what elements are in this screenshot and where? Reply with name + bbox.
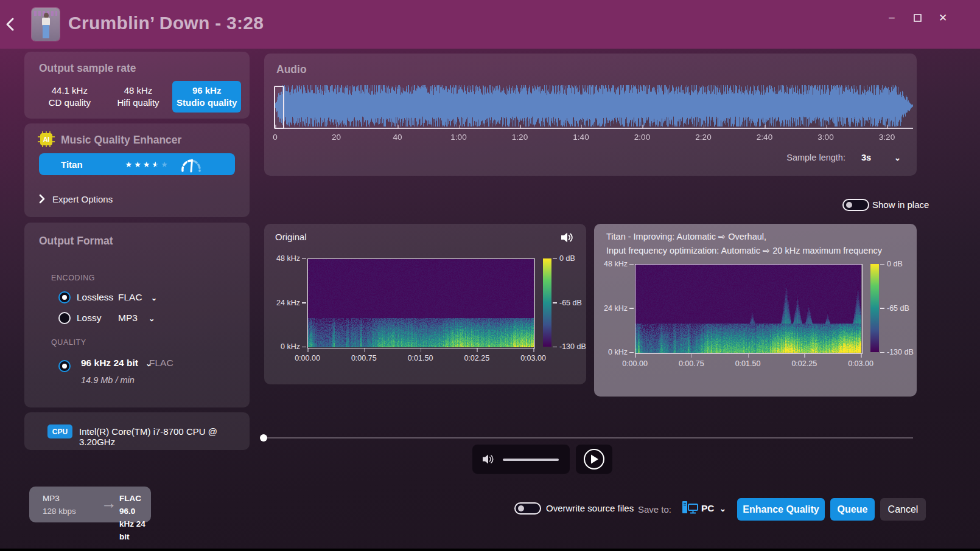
- colorbar-tick-label: 0 dB: [559, 254, 575, 263]
- time-tick-label: 2:20: [695, 133, 711, 142]
- quality-dropdown[interactable]: 96 kHz 24 bit ⌄: [81, 358, 152, 369]
- sample-rate-48[interactable]: 48 kHz Hifi quality: [104, 81, 173, 113]
- cancel-button[interactable]: Cancel: [880, 498, 926, 521]
- waveform-plot[interactable]: [275, 85, 913, 126]
- sample-rate-96[interactable]: 96 kHz Studio quality: [172, 81, 241, 113]
- time-tick-label: 2:00: [634, 133, 650, 142]
- save-to-label: Save to:: [638, 504, 671, 515]
- titan-colorbar: [870, 264, 879, 352]
- spec-time-tick: [635, 354, 636, 358]
- titan-spectrogram-plot: [635, 265, 861, 353]
- lossy-label: Lossy: [77, 313, 102, 324]
- star-icon: ★: [143, 161, 150, 168]
- seek-slider-track[interactable]: [264, 437, 913, 438]
- lossless-radio[interactable]: [58, 291, 71, 303]
- minimize-button[interactable]: –: [881, 7, 902, 28]
- seek-slider-handle[interactable]: [260, 434, 267, 442]
- time-tick: [826, 125, 827, 128]
- app-window: Crumblin’ Down - 3:28 – ✕ Output sample …: [0, 0, 980, 549]
- sample-rate-title: Output sample rate: [39, 62, 136, 75]
- lossless-format-dropdown[interactable]: FLAC ⌄: [118, 292, 157, 303]
- lossy-format-dropdown[interactable]: MP3 ⌄: [118, 313, 155, 324]
- time-tick-label: 1:00: [450, 133, 466, 142]
- volume-icon[interactable]: [483, 454, 495, 465]
- play-button[interactable]: [584, 449, 604, 470]
- lossy-radio[interactable]: [58, 312, 71, 324]
- play-box: [576, 445, 612, 474]
- overwrite-toggle[interactable]: [514, 502, 541, 515]
- freq-tick-label: 24 kHz: [268, 299, 300, 307]
- save-target-value: PC: [701, 503, 715, 514]
- back-button[interactable]: [4, 13, 23, 35]
- chevron-right-icon: [39, 194, 45, 204]
- freq-tick: [302, 302, 306, 303]
- sample-selection-handle[interactable]: [274, 86, 284, 129]
- spec-time-tick: [533, 348, 534, 352]
- target-format: FLAC: [96, 492, 151, 505]
- expert-options-expander[interactable]: Expert Options: [39, 190, 161, 207]
- volume-box: [472, 445, 570, 474]
- freq-tick-label: 0 kHz: [596, 348, 628, 356]
- source-format: MP3: [43, 492, 76, 505]
- close-button[interactable]: ✕: [933, 7, 953, 28]
- spec-time-tick: [748, 354, 749, 358]
- queue-button[interactable]: Queue: [830, 498, 875, 521]
- spec-time-tick: [477, 348, 478, 352]
- conversion-summary: MP3 128 kbps → FLAC 96.0 kHz 24 bit: [29, 487, 151, 522]
- title-bar: Crumblin’ Down - 3:28 – ✕: [0, 0, 980, 49]
- quality-radio[interactable]: [58, 360, 71, 372]
- spec-time-tick: [421, 348, 422, 352]
- spec-time-tick-label: 0:00.75: [351, 354, 377, 362]
- sample-length-dropdown[interactable]: Sample length: 3s ⌄: [786, 151, 901, 164]
- spec-time-tick: [691, 354, 693, 358]
- save-target-dropdown[interactable]: ⌄: [719, 504, 726, 513]
- svg-text:AI: AI: [43, 136, 50, 143]
- freq-tick: [629, 308, 634, 309]
- star-icon: ★: [134, 161, 141, 168]
- freq-tick: [629, 264, 634, 265]
- time-tick: [337, 125, 338, 128]
- time-tick-label: 0: [273, 133, 278, 142]
- lossless-label: Lossless: [77, 292, 113, 303]
- chevron-down-icon: ⌄: [149, 314, 155, 323]
- star-icon: ★★: [152, 161, 159, 168]
- enhancer-title: Music Quality Enhancer: [61, 134, 181, 147]
- quality-format: FLAC: [149, 358, 173, 369]
- spec-time-tick-label: 0:02.25: [464, 354, 489, 362]
- expert-options-label: Expert Options: [52, 194, 113, 204]
- quality-label: QUALITY: [51, 338, 86, 347]
- colorbar-tick: [553, 347, 557, 348]
- maximize-button[interactable]: [907, 7, 928, 28]
- time-axis: [275, 128, 913, 129]
- volume-slider[interactable]: [503, 459, 559, 461]
- original-spectrogram-plot: [308, 259, 534, 347]
- original-colorbar: [543, 258, 551, 347]
- spec-time-tick-label: 0:03.00: [848, 359, 873, 368]
- sample-rate-options: 44.1 kHz CD quality 48 kHz Hifi quality …: [35, 81, 241, 113]
- maximize-icon: [914, 14, 922, 22]
- spec-time-tick-label: 0:01.50: [408, 354, 433, 362]
- colorbar-tick-label: -130 dB: [559, 342, 586, 351]
- show-in-place-toggle[interactable]: [842, 199, 869, 211]
- cpu-name: Intel(R) Core(TM) i7-8700 CPU @ 3.20GHz: [79, 426, 250, 447]
- freq-tick: [302, 347, 306, 348]
- time-tick-label: 3:20: [879, 133, 895, 142]
- target-detail: 96.0 kHz 24 bit: [96, 505, 151, 543]
- preview-speaker-icon[interactable]: [561, 232, 575, 243]
- freq-tick-label: 0 kHz: [268, 342, 300, 351]
- spec-time-tick: [364, 348, 365, 352]
- spec-time-tick-label: 0:02.25: [791, 359, 817, 368]
- sample-length-label: Sample length:: [786, 153, 845, 162]
- sample-rate-44[interactable]: 44.1 kHz CD quality: [35, 81, 104, 113]
- waveform-canvas: [275, 85, 913, 126]
- enhance-quality-button[interactable]: Enhance Quality: [737, 498, 825, 521]
- time-tick-label: 1:40: [573, 133, 589, 142]
- colorbar-tick: [553, 258, 557, 260]
- output-format-panel: Output Format ENCODING Lossless FLAC ⌄ L…: [24, 223, 250, 407]
- enhancer-panel: AI Music Quality Enhancer Titan ★★★★★★ E…: [24, 123, 250, 217]
- quality-bitrate: 14.9 Mb / min: [81, 375, 135, 385]
- spec-time-tick: [804, 354, 805, 358]
- time-tick: [459, 125, 460, 128]
- model-select-button[interactable]: Titan ★★★★★★: [39, 153, 235, 175]
- time-tick: [397, 125, 399, 128]
